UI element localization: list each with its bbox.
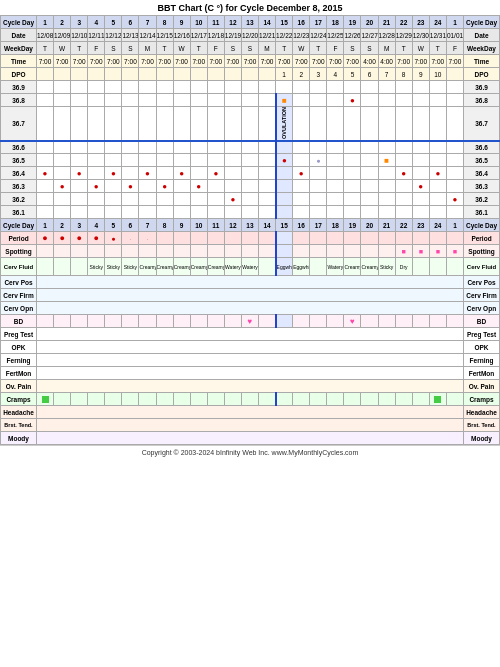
ferning-row: Ferning Ferning: [1, 354, 500, 367]
td2-d23: ●: [418, 182, 423, 191]
orange-square-36-8: ■: [282, 96, 287, 105]
period-row: Period ● ● ● ● ● · · Period: [1, 232, 500, 245]
temp-dot: ●: [350, 96, 355, 105]
period-dot-5: ●: [111, 235, 115, 242]
period-dot-3: ●: [76, 233, 81, 243]
cycle-day-bottom-row: Cycle Day 123 456 789 101112 131415 1617…: [1, 219, 500, 232]
temp-dot-dashed: ●: [316, 157, 320, 164]
temp-36-3-row: 36.3 ● ● ● ● ● ● 36.3: [1, 180, 500, 193]
temp-dot-d15: ●: [282, 156, 287, 165]
footer: Copyright © 2003-2024 bInfinity Web Inc.…: [0, 445, 500, 459]
cerv-firm-row: Cerv Firm Cerv Firm: [1, 289, 500, 302]
cramps-d24: [434, 396, 441, 403]
period-dot-6: ·: [130, 236, 132, 242]
temp-36-2-row: 36.2 ● ● 36.2: [1, 193, 500, 206]
period-dot-2: ●: [59, 233, 64, 243]
ov-pain-row: Ov. Pain Ov. Pain: [1, 380, 500, 393]
spot-d24: ■: [436, 248, 440, 255]
temp-36-9-row: 36.9 36.9: [1, 81, 500, 94]
dpo-row: DPO 1 234 567 8910 DPO: [1, 68, 500, 81]
ovulation-label: OVULATION: [281, 107, 287, 139]
brst-tend-row: Brst. Tend. Brst. Tend.: [1, 419, 500, 432]
spot-d23: ■: [419, 248, 423, 255]
weekday-row: WeekDay TWT FSS MTW TFS SMT WTF SSM TWT …: [1, 42, 500, 55]
orange-sq-36-5: ■: [384, 156, 389, 165]
td-d22: ●: [401, 169, 406, 178]
period-dot-4: ●: [94, 233, 99, 243]
bd-row: BD ♥ ♥ BD: [1, 315, 500, 328]
td-d7: ●: [145, 169, 150, 178]
cerv-fluid-row: Cerv Fluid Sticky Sticky Sticky Creamy C…: [1, 258, 500, 276]
td2-d4: ●: [94, 182, 99, 191]
temp-36-6-row: 36.6 36.6: [1, 141, 500, 154]
cerv-opn-row: Cerv Opn Cerv Opn: [1, 302, 500, 315]
moody-row: Moody Moody: [1, 432, 500, 445]
td2-d10: ●: [196, 182, 201, 191]
temp-36-5-row: 36.5 ● ● ■ 36.5: [1, 154, 500, 167]
spotting-row: Spotting ■ ■ ■ ■ Spotting: [1, 245, 500, 258]
main-title: BBT Chart (C °) for Cycle December 8, 20…: [0, 0, 500, 15]
opk-row: OPK OPK: [1, 341, 500, 354]
bd-heart-d19: ♥: [350, 317, 355, 326]
td-d9: ●: [179, 169, 184, 178]
td2-d2: ●: [60, 182, 65, 191]
temp-36-7-row: 36.7 OVULATION 36.7: [1, 107, 500, 141]
td-d5: ●: [111, 169, 116, 178]
temp-36-4-row: 36.4 ● ● ● ● ● ● ● ● ● 36.4: [1, 167, 500, 180]
temp-36-8-row: 36.8 ■ ● 36.8: [1, 94, 500, 107]
td-d11: ●: [213, 169, 218, 178]
cycle-day-header-row: Cycle Day 123 456 789 101112 131415 1617…: [1, 16, 500, 29]
preg-test-row: Preg Test Preg Test: [1, 328, 500, 341]
td-d1: ●: [43, 169, 48, 178]
time-row: Time 7:007:007:00 7:007:007:00 7:007:007…: [1, 55, 500, 68]
temp-36-1-row: 36.1 36.1: [1, 206, 500, 219]
bd-heart-d13: ♥: [248, 317, 253, 326]
cerv-pos-row: Cerv Pos Cerv Pos: [1, 276, 500, 289]
bbt-chart: Cycle Day 123 456 789 101112 131415 1617…: [0, 15, 500, 445]
td2-d6: ●: [128, 182, 133, 191]
cycle-day-label: Cycle Day: [1, 16, 37, 29]
period-dot-7: ·: [147, 236, 149, 242]
date-row: Date 12/0812/0912/10 12/1112/1212/13 12/…: [1, 29, 500, 42]
cramps-d1: [42, 396, 49, 403]
headache-row: Headache Headache: [1, 406, 500, 419]
cycle-day-right-label: Cycle Day: [464, 16, 500, 29]
td3-d25: ●: [453, 195, 458, 204]
td-d24: ●: [435, 169, 440, 178]
spot-d25: ■: [453, 248, 457, 255]
spot-d22: ■: [402, 248, 406, 255]
cramps-row: Cramps Cramps: [1, 393, 500, 406]
td2-d8: ●: [162, 182, 167, 191]
td-d3: ●: [77, 169, 82, 178]
fertmon-row: FertMon FertMon: [1, 367, 500, 380]
td3-d12: ●: [230, 195, 235, 204]
td-d16: ●: [299, 169, 304, 178]
period-dot-1: ●: [42, 233, 47, 243]
